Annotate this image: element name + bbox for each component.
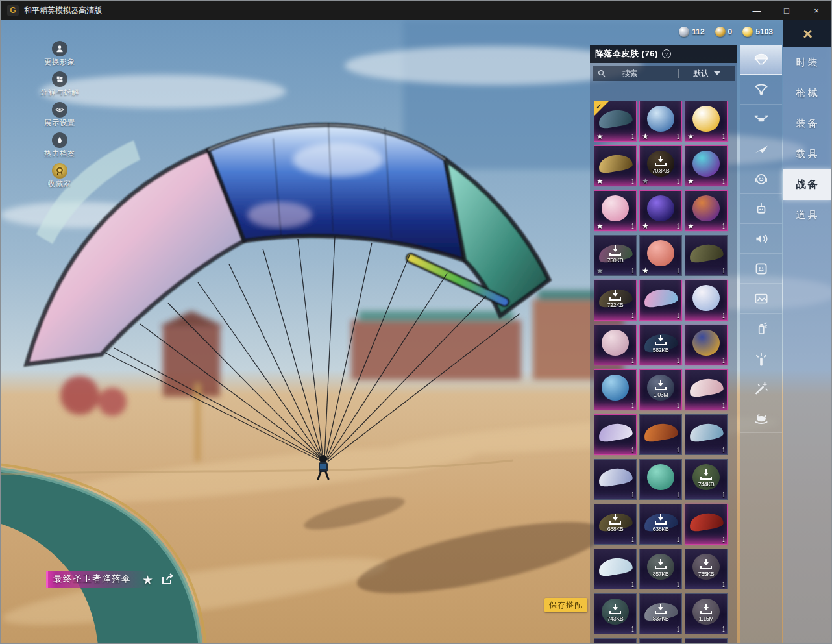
- subcategory-chicken[interactable]: [740, 403, 782, 433]
- subcategory-parachute[interactable]: [740, 45, 782, 75]
- grid-item[interactable]: 1: [685, 280, 728, 321]
- grid-item[interactable]: 1: [685, 504, 728, 545]
- item-count: 1: [678, 491, 679, 499]
- left-menu-item[interactable]: 收藏家: [48, 163, 71, 189]
- grid-item[interactable]: 1: [594, 369, 637, 410]
- grid-item[interactable]: 1: [685, 369, 728, 410]
- grid-item[interactable]: ★1: [639, 235, 682, 276]
- left-menu-item[interactable]: 更换形象: [44, 41, 75, 67]
- app-logo-icon: G: [7, 5, 19, 16]
- subcategory-speaker[interactable]: [740, 224, 782, 254]
- grid-item[interactable]: 722KB1: [594, 280, 637, 321]
- grid-item[interactable]: [685, 638, 728, 644]
- tab-枪械[interactable]: 枪械: [783, 78, 832, 108]
- grid-item[interactable]: 1: [594, 549, 637, 589]
- subcategory-drone[interactable]: [740, 105, 782, 134]
- left-menu: 更换形象分解与拆解展示设置热力档案收藏家: [38, 41, 81, 189]
- owned-star-icon: ★: [687, 132, 694, 140]
- grid-item[interactable]: [639, 638, 682, 644]
- grid-item[interactable]: 735KB1: [685, 549, 728, 589]
- parachute-skin-thumbnail: [692, 285, 720, 311]
- grid-item[interactable]: 1: [639, 280, 682, 321]
- grid-item[interactable]: 743KB1: [594, 593, 637, 634]
- grid-item[interactable]: ★1: [685, 190, 728, 231]
- save-outfit-button[interactable]: 保存搭配: [544, 598, 587, 612]
- grid-item[interactable]: [594, 638, 637, 644]
- item-count: 1: [678, 536, 679, 543]
- parachute-skin-thumbnail: [647, 554, 674, 580]
- parachute-skin-thumbnail: [692, 599, 720, 625]
- currency-silver-coin: 112: [679, 27, 704, 37]
- left-menu-item[interactable]: 分解与拆解: [40, 71, 79, 97]
- close-panel-button[interactable]: ×: [783, 20, 832, 47]
- grid-item[interactable]: 1: [639, 459, 682, 500]
- item-count: 1: [678, 178, 679, 185]
- favorite-star-button[interactable]: ★: [142, 573, 153, 588]
- grid-item[interactable]: 1: [594, 459, 637, 500]
- grid-item[interactable]: ★1: [594, 145, 637, 186]
- item-count: 1: [723, 223, 725, 230]
- grid-item[interactable]: ★1: [639, 190, 682, 231]
- grid-item[interactable]: 1: [685, 325, 728, 365]
- grid-item[interactable]: 582KB1: [639, 325, 682, 365]
- grid-item[interactable]: ★1: [639, 101, 682, 142]
- grid-item[interactable]: 1: [685, 235, 728, 276]
- item-count: 1: [632, 402, 634, 409]
- sort-dropdown[interactable]: 默认: [679, 68, 735, 79]
- chicken-icon: [753, 410, 770, 427]
- grid-item[interactable]: 1.03M1: [639, 369, 682, 410]
- grid-item[interactable]: 1: [639, 414, 682, 455]
- grid-item[interactable]: 1: [594, 325, 637, 365]
- tab-载具[interactable]: 载具: [783, 139, 832, 169]
- grid-item[interactable]: 744KB1: [685, 459, 728, 500]
- left-menu-label: 更换形象: [44, 57, 75, 67]
- grid-item[interactable]: 750KB★1: [594, 235, 637, 276]
- minimize-button[interactable]: —: [742, 1, 772, 20]
- maximize-button[interactable]: □: [772, 1, 801, 20]
- search-row: 搜索 默认: [593, 66, 735, 81]
- parachute-skin-thumbnail: [647, 151, 674, 177]
- subcategory-tap[interactable]: [740, 343, 782, 373]
- tab-道具[interactable]: 道具: [783, 200, 832, 230]
- subcategory-emote[interactable]: [740, 164, 782, 194]
- person-icon: [55, 43, 65, 54]
- info-icon[interactable]: ?: [662, 49, 671, 58]
- sticker-icon: [753, 260, 770, 277]
- grid-item[interactable]: 70.8KB★1: [639, 145, 682, 186]
- subcategory-skydiver[interactable]: [740, 75, 782, 105]
- left-menu-item[interactable]: 展示设置: [44, 102, 75, 128]
- grid-item[interactable]: 688KB1: [594, 504, 637, 545]
- parachute-skin-thumbnail: [642, 421, 679, 443]
- subcategory-robot[interactable]: [740, 194, 782, 224]
- item-count: 1: [632, 267, 634, 275]
- grid-item[interactable]: 638KB1: [639, 504, 682, 545]
- grid-item[interactable]: 1: [685, 414, 728, 455]
- grid-item[interactable]: 1: [594, 414, 637, 455]
- parachute-skin-thumbnail: [597, 556, 633, 578]
- search-input[interactable]: 搜索: [593, 68, 678, 79]
- subcategory-photo[interactable]: [740, 284, 782, 314]
- subcategory-sticker[interactable]: [740, 254, 782, 284]
- grid-item[interactable]: ★1✓: [594, 101, 637, 142]
- tab-装备[interactable]: 装备: [783, 108, 832, 139]
- item-count: 1: [632, 447, 634, 454]
- skin-grid: ★1✓★1★1★170.8KB★1★1★1★1★1750KB★1★11722KB…: [594, 101, 733, 644]
- tab-时装[interactable]: 时装: [783, 47, 832, 78]
- grid-item[interactable]: 837KB1: [639, 593, 682, 634]
- grid-item[interactable]: ★1: [685, 145, 728, 186]
- parachute-skin-thumbnail: [602, 195, 629, 221]
- left-menu-item[interactable]: 热力档案: [44, 132, 75, 158]
- tab-战备[interactable]: 战备: [783, 169, 832, 200]
- grid-item[interactable]: 857KB1: [639, 549, 682, 589]
- owned-star-icon: ★: [642, 177, 649, 185]
- subcategory-spray[interactable]: [740, 314, 782, 343]
- grid-item[interactable]: ★1: [685, 101, 728, 142]
- close-window-button[interactable]: ×: [801, 1, 831, 20]
- share-icon: [162, 573, 175, 585]
- share-button[interactable]: [162, 573, 175, 588]
- subcategory-jet[interactable]: [740, 134, 782, 164]
- grid-item[interactable]: ★1: [594, 190, 637, 231]
- grid-item[interactable]: 1.15M1: [685, 593, 728, 634]
- subcategory-wand[interactable]: [740, 373, 782, 403]
- parachute-skin-thumbnail: [692, 330, 720, 356]
